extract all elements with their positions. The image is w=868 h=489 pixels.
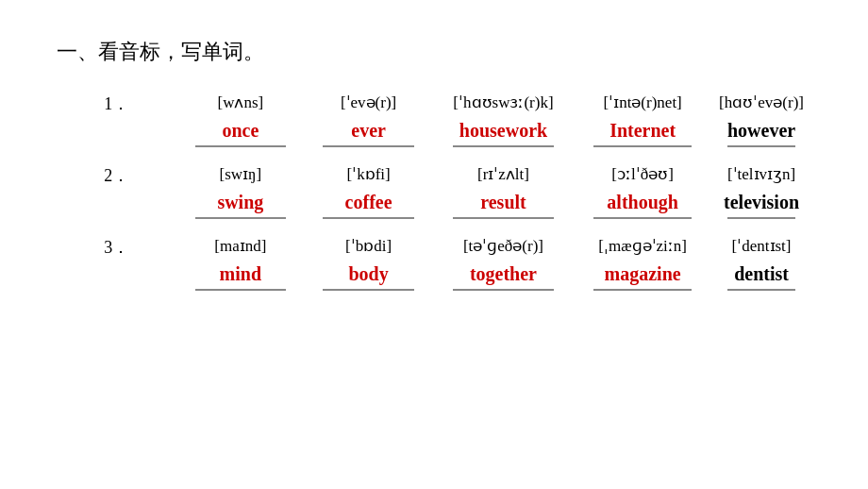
word-underline (593, 145, 692, 147)
phonetic-text: [ˈɪntə(r)net] (581, 93, 704, 113)
table-row: 1．[wʌns]once[ˈevə(r)]ever[ˈhɑʊswɜː(r)k]h… (57, 93, 811, 164)
vocab-word: coffee (311, 191, 425, 213)
table-row: 2．[swɪŋ]swing[ˈkɒfi]coffee[rɪˈzʌlt]resul… (57, 164, 811, 236)
vocab-word: mind (184, 262, 296, 285)
vocab-word: however (719, 119, 804, 142)
vocab-cell: [ˈtelɪvɪʒn]television (711, 164, 811, 236)
phonetic-text: [wʌns] (184, 93, 296, 113)
phonetic-text: [ˈkɒfi] (311, 164, 425, 185)
phonetic-text: [ˈhɑʊswɜː(r)k] (441, 93, 566, 113)
vocab-cell: [ˈevə(r)]ever (304, 93, 432, 164)
vocab-cell: [ɔːlˈðəʊ]although (574, 164, 711, 236)
vocab-cell: [ˈbɒdi]body (304, 236, 432, 308)
word-underline (453, 145, 554, 147)
word-underline (593, 289, 692, 291)
row-number: 2． (57, 164, 176, 236)
vocab-word: housework (441, 119, 566, 142)
word-underline (453, 217, 554, 219)
vocab-word: ever (311, 119, 425, 142)
phonetic-text: [maɪnd] (184, 236, 296, 257)
vocab-cell: [swɪŋ]swing (176, 164, 304, 236)
phonetic-text: [ˈtelɪvɪʒn] (719, 164, 804, 185)
word-underline (195, 289, 285, 291)
word-underline (727, 289, 795, 291)
vocab-word: magazine (581, 262, 704, 285)
vocab-table: 1．[wʌns]once[ˈevə(r)]ever[ˈhɑʊswɜː(r)k]h… (57, 93, 811, 308)
phonetic-text: [ˈbɒdi] (311, 236, 425, 257)
vocab-word: although (581, 191, 704, 213)
word-underline (323, 145, 413, 147)
vocab-cell: [ˈhɑʊswɜː(r)k]housework (433, 93, 574, 164)
phonetic-text: [swɪŋ] (184, 164, 296, 185)
word-underline (323, 289, 413, 291)
vocab-word: television (719, 191, 804, 213)
word-underline (323, 217, 413, 219)
section-title: 一、看音标，写单词。 (57, 38, 811, 66)
table-row: 3．[maɪnd]mind[ˈbɒdi]body[təˈɡeðə(r)]toge… (57, 236, 811, 308)
phonetic-text: [ɔːlˈðəʊ] (581, 164, 704, 185)
vocab-word: dentist (719, 262, 804, 285)
vocab-cell: [ˌmæɡəˈziːn]magazine (574, 236, 711, 308)
vocab-cell: [ˈɪntə(r)net]Internet (574, 93, 711, 164)
vocab-word: swing (184, 191, 296, 213)
phonetic-text: [hɑʊˈevə(r)] (719, 93, 804, 113)
word-underline (727, 145, 795, 147)
vocab-cell: [ˈdentɪst]dentist (711, 236, 811, 308)
vocab-word: together (441, 262, 566, 285)
vocab-word: once (184, 119, 296, 142)
phonetic-text: [ˌmæɡəˈziːn] (581, 236, 704, 257)
vocab-cell: [ˈkɒfi]coffee (304, 164, 432, 236)
phonetic-text: [ˈdentɪst] (719, 236, 804, 257)
word-underline (593, 217, 692, 219)
word-underline (453, 289, 554, 291)
vocab-word: Internet (581, 119, 704, 142)
vocab-cell: [təˈɡeðə(r)]together (433, 236, 574, 308)
vocab-word: result (441, 191, 566, 213)
word-underline (195, 217, 285, 219)
row-number: 1． (57, 93, 176, 164)
vocab-cell: [hɑʊˈevə(r)]however (711, 93, 811, 164)
word-underline (195, 145, 285, 147)
vocab-cell: [maɪnd]mind (176, 236, 304, 308)
word-underline (727, 217, 795, 219)
phonetic-text: [rɪˈzʌlt] (441, 164, 566, 185)
row-number: 3． (57, 236, 176, 308)
phonetic-text: [ˈevə(r)] (311, 93, 425, 113)
vocab-word: body (311, 262, 425, 285)
phonetic-text: [təˈɡeðə(r)] (441, 236, 566, 257)
vocab-cell: [wʌns]once (176, 93, 304, 164)
vocab-cell: [rɪˈzʌlt]result (433, 164, 574, 236)
